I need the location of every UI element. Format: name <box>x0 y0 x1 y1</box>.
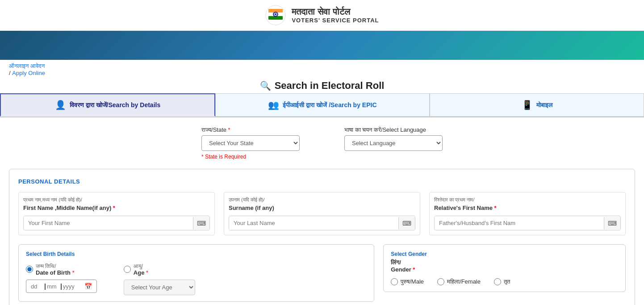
breadcrumb-english[interactable]: Apply Online <box>12 70 45 76</box>
page-title: 🔍 Search in Electoral Roll <box>0 76 644 93</box>
header-text-block: मतदाता सेवा पोर्टल VOTERS' SERVICE PORTA… <box>292 7 379 24</box>
first-name-label-english: First Name ,Middle Name(if any) * <box>23 205 210 211</box>
birth-age-inner: जन्म तिथि/ Date of Birth * | | 📅 <box>26 263 367 295</box>
mobile-icon: 📱 <box>522 100 533 110</box>
state-error: * State is Required <box>201 154 300 160</box>
gender-title: Select Gender <box>391 251 618 257</box>
gender-other-radio[interactable] <box>494 278 501 285</box>
state-select[interactable]: Select Your State <box>201 135 300 151</box>
calendar-icon[interactable]: 📅 <box>84 283 92 290</box>
personal-fields-row: प्रथम नाम,मध्य नाम (यदि कोई हो)/ First N… <box>18 192 626 235</box>
surname-input[interactable] <box>229 216 398 230</box>
gender-female-option[interactable]: महिला/Female <box>437 278 481 285</box>
age-group: आयु/ Age * Select Your Age <box>124 263 195 295</box>
date-input-wrapper: | | 📅 <box>26 280 97 293</box>
age-radio[interactable] <box>124 266 131 273</box>
birth-section-title: Select Birth Details <box>26 251 367 257</box>
person-icon: 👥 <box>268 100 279 110</box>
language-group: भाषा का चयन करें/Select Language Select … <box>344 126 443 151</box>
relative-name-input[interactable] <box>435 216 604 230</box>
surname-label-hindi: उपनाम (यदि कोई हो)/ <box>229 197 415 203</box>
banner <box>0 31 644 60</box>
breadcrumb: ऑनलाइन आवेदन / Apply Online <box>9 63 45 76</box>
birth-gender-row: Select Birth Details जन्म तिथि/ Date of … <box>18 244 626 302</box>
state-language-row: राज्य/State * Select Your State * State … <box>0 117 644 164</box>
date-dd-input[interactable] <box>31 283 43 290</box>
language-label: भाषा का चयन करें/Select Language <box>344 126 443 134</box>
dob-group: जन्म तिथि/ Date of Birth * | | 📅 <box>26 263 97 293</box>
dob-radio-label[interactable]: जन्म तिथि/ Date of Birth * <box>26 263 97 276</box>
gender-subtitle: लिंग/ Gender * <box>391 259 618 273</box>
election-commission-logo <box>265 4 286 26</box>
personal-details-section: PERSONAL DETAILS प्रथम नाम,मध्य नाम (यदि… <box>9 169 635 305</box>
header-english-title: VOTERS' SERVICE PORTAL <box>292 17 379 24</box>
gender-male-option[interactable]: पुरुष/Male <box>391 278 424 285</box>
first-name-label-hindi: प्रथम नाम,मध्य नाम (यदि कोई हो)/ <box>23 197 210 203</box>
dob-radio[interactable] <box>26 266 33 273</box>
person-card-icon: 👤 <box>55 100 66 110</box>
tab-mobile[interactable]: 📱 मोबाइल <box>430 93 644 117</box>
header: मतदाता सेवा पोर्टल VOTERS' SERVICE PORTA… <box>0 0 644 31</box>
date-yyyy-input[interactable] <box>63 283 81 290</box>
relative-input-wrapper: ⌨ <box>434 216 621 230</box>
age-radio-label[interactable]: आयु/ Age * <box>124 263 195 276</box>
first-name-input-wrapper: ⌨ <box>23 216 210 230</box>
language-select[interactable]: Select Language <box>344 135 443 151</box>
tab-search-by-details[interactable]: 👤 विवरण द्वारा खोजें/Search by Details <box>0 93 215 117</box>
relative-label-english: Relative's First Name * <box>434 205 621 211</box>
keyboard-icon-relative[interactable]: ⌨ <box>604 217 620 230</box>
breadcrumb-hindi: ऑनलाइन आवेदन <box>9 63 45 69</box>
gender-section: Select Gender लिंग/ Gender * पुरुष/Male … <box>383 244 626 292</box>
gender-male-radio[interactable] <box>391 278 398 285</box>
header-logo: मतदाता सेवा पोर्टल VOTERS' SERVICE PORTA… <box>265 4 379 26</box>
tab-search-by-epic[interactable]: 👥 ईपीआईसी द्वारा खोजें /Search by EPIC <box>215 93 430 117</box>
relative-name-field-group: रिश्तेदार का प्रथम नाम/ Relative's First… <box>429 192 626 235</box>
gender-other-option[interactable]: तृत <box>494 278 510 285</box>
search-icon: 🔍 <box>260 80 271 91</box>
keyboard-icon-surname[interactable]: ⌨ <box>398 217 415 230</box>
date-mm-input[interactable] <box>47 283 59 290</box>
gender-female-radio[interactable] <box>437 278 444 285</box>
first-name-input[interactable] <box>24 216 193 230</box>
first-name-field-group: प्रथम नाम,मध्य नाम (यदि कोई हो)/ First N… <box>18 192 215 235</box>
age-select[interactable]: Select Your Age <box>124 280 195 295</box>
gender-options: पुरुष/Male महिला/Female तृत <box>391 278 618 285</box>
keyboard-icon-first[interactable]: ⌨ <box>193 217 209 230</box>
surname-input-wrapper: ⌨ <box>229 216 415 230</box>
relative-label-hindi: रिश्तेदार का प्रथम नाम/ <box>434 197 621 203</box>
state-label: राज्य/State * <box>201 126 300 134</box>
date-sep2: | <box>60 283 62 290</box>
birth-age-section: Select Birth Details जन्म तिथि/ Date of … <box>18 244 374 302</box>
state-group: राज्य/State * Select Your State * State … <box>201 126 300 160</box>
tabs-container: 👤 विवरण द्वारा खोजें/Search by Details 👥… <box>0 93 644 117</box>
date-sep1: | <box>44 283 46 290</box>
personal-details-title: PERSONAL DETAILS <box>18 178 626 185</box>
header-hindi-title: मतदाता सेवा पोर्टल <box>292 7 379 17</box>
surname-label-english: Surname (if any) <box>229 205 415 211</box>
surname-field-group: उपनाम (यदि कोई हो)/ Surname (if any) ⌨ <box>224 192 420 235</box>
